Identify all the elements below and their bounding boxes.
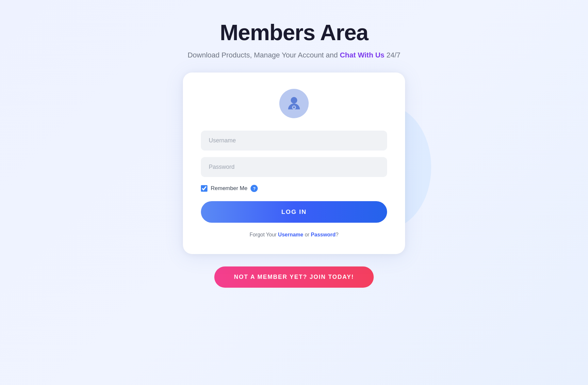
page-subtitle: Download Products, Manage Your Account a… xyxy=(188,51,400,59)
page-header: Members Area Download Products, Manage Y… xyxy=(188,20,400,59)
avatar-icon-wrapper xyxy=(279,89,309,118)
page-title: Members Area xyxy=(188,20,400,45)
login-card: Remember Me ? LOG IN Forgot Your Usernam… xyxy=(183,72,405,254)
svg-point-0 xyxy=(291,97,297,104)
forgot-links-text: Forgot Your Username or Password? xyxy=(250,232,338,238)
login-button[interactable]: LOG IN xyxy=(201,201,387,223)
login-card-wrapper: Remember Me ? LOG IN Forgot Your Usernam… xyxy=(183,72,405,254)
remember-me-label: Remember Me xyxy=(211,185,247,192)
subtitle-text-before: Download Products, Manage Your Account a… xyxy=(188,51,338,59)
remember-me-row: Remember Me ? xyxy=(201,185,387,192)
help-icon[interactable]: ? xyxy=(251,185,258,192)
remember-me-checkbox[interactable] xyxy=(201,185,207,192)
user-lock-icon xyxy=(286,95,302,112)
password-input[interactable] xyxy=(201,157,387,177)
subtitle-text-after: 24/7 xyxy=(386,51,400,59)
chat-with-us-link[interactable]: Chat With Us xyxy=(340,51,384,59)
forgot-suffix: ? xyxy=(335,232,338,237)
join-today-button[interactable]: NOT A MEMBER YET? JOIN TODAY! xyxy=(214,266,373,288)
forgot-or-text: or xyxy=(305,232,309,237)
forgot-password-link[interactable]: Password xyxy=(311,232,336,237)
username-input[interactable] xyxy=(201,131,387,151)
forgot-prefix: Forgot Your xyxy=(250,232,277,237)
forgot-username-link[interactable]: Username xyxy=(278,232,303,237)
